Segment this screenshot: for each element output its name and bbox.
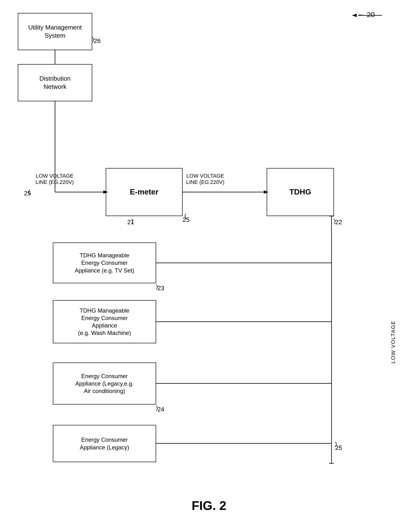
tdhg-box: TDHG <box>267 168 334 216</box>
emeter-label: E-meter <box>130 187 158 197</box>
appliance3-label: Energy Consumer Appliance (Legacy,e.g. A… <box>75 372 134 395</box>
low-voltage-side-label: LOW VOLTAGE <box>390 264 396 420</box>
appliance4-box: Energy Consumer Appliance (Legacy) <box>53 425 156 462</box>
figure-label: FIG. 2 <box>192 498 226 513</box>
ref-26: 26 <box>94 37 101 45</box>
low-voltage-right-label: LOW VOLTAGE LINE (EG.220V) <box>186 173 224 185</box>
utility-management-box: Utility Management System <box>18 13 92 50</box>
ref-25-left: 25 <box>24 190 31 197</box>
distribution-network-label: Distribution Network <box>39 75 71 91</box>
distribution-network-box: Distribution Network <box>18 64 92 101</box>
ref-21: 21 <box>127 218 134 226</box>
diagram-container: ← 20 Utility Management System 26 Distri… <box>0 0 418 532</box>
ref-24: 24 <box>157 406 164 413</box>
appliance3-box: Energy Consumer Appliance (Legacy,e.g. A… <box>53 362 156 405</box>
appliance2-box: TDHG Manageable Energy Consumer Applianc… <box>53 300 156 343</box>
figure-ref-20: ← 20 <box>358 11 375 19</box>
appliance1-box: TDHG Manageable Energy Consumer Applianc… <box>53 242 156 283</box>
svg-marker-14 <box>352 14 357 17</box>
tdhg-label: TDHG <box>290 187 311 197</box>
ref-22: 22 <box>335 218 342 226</box>
appliance4-label: Energy Consumer Appliance (Legacy) <box>80 436 129 451</box>
ref-25-right: 25 <box>335 444 342 452</box>
appliance2-label: TDHG Manageable Energy Consumer Applianc… <box>78 307 131 337</box>
emeter-box: E-meter <box>106 168 183 216</box>
appliance1-label: TDHG Manageable Energy Consumer Applianc… <box>75 252 134 274</box>
ref-23: 23 <box>157 284 164 292</box>
low-voltage-left-label: LOW VOLTAGE LINE (EG.220V) <box>35 173 74 185</box>
ref-25-mid: 25 <box>183 216 189 224</box>
utility-management-label: Utility Management System <box>28 23 82 40</box>
